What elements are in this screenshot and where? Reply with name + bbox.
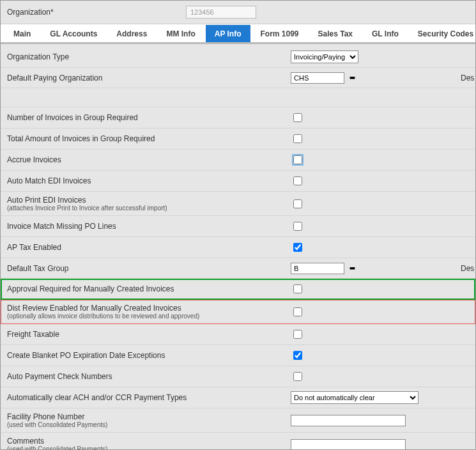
auto-print-edi-sublabel: (attaches Invoice Print to Invoice after… — [7, 205, 280, 212]
ap-tax-enabled-label: AP Tax Enabled — [7, 243, 61, 252]
organization-input[interactable] — [186, 6, 256, 19]
approval-required-checkbox[interactable] — [293, 284, 302, 293]
auto-match-edi-label: Auto Match EDI Invoices — [7, 176, 91, 185]
facility-phone-label: Facility Phone Number — [7, 412, 280, 421]
total-amount-checkbox[interactable] — [293, 134, 302, 143]
organization-label: Organization* — [7, 8, 186, 17]
comments-input[interactable] — [291, 439, 406, 451]
dist-review-sublabel: (optionally allows invoice distributions… — [7, 313, 280, 320]
default-paying-org-input[interactable] — [291, 72, 344, 84]
dist-review-label: Dist Review Enabled for Manually Created… — [7, 304, 280, 313]
freight-taxable-checkbox[interactable] — [293, 330, 302, 339]
dist-review-checkbox[interactable] — [293, 307, 302, 316]
auto-print-edi-checkbox[interactable] — [293, 199, 302, 208]
tab-form-1099[interactable]: Form 1099 — [252, 25, 308, 42]
ap-tax-enabled-checkbox[interactable] — [293, 243, 302, 252]
lookup-icon[interactable]: ■■■ — [349, 266, 358, 270]
tab-bar: MainGL AccountsAddressMM InfoAP InfoForm… — [1, 24, 475, 44]
auto-clear-ach-label: Automatically clear ACH and/or CCR Payme… — [7, 393, 187, 402]
total-amount-label: Total Amount of Invoices in Group Requir… — [7, 134, 155, 143]
tab-sales-tax[interactable]: Sales Tax — [309, 25, 362, 42]
tab-main[interactable]: Main — [4, 25, 40, 42]
facility-phone-input[interactable] — [291, 415, 406, 426]
accrue-invoices-checkbox[interactable] — [293, 155, 302, 164]
form-area: Organization Type Invoicing/Paying Defau… — [1, 44, 475, 450]
tab-gl-info[interactable]: GL Info — [363, 25, 408, 42]
tab-ap-info[interactable]: AP Info — [206, 25, 250, 42]
tab-mm-info[interactable]: MM Info — [157, 25, 204, 42]
facility-phone-sublabel: (used with Consolidated Payments) — [7, 421, 280, 428]
match-missing-po-checkbox[interactable] — [293, 222, 302, 231]
comments-label: Comments — [7, 437, 280, 446]
tab-security-codes[interactable]: Security Codes — [409, 25, 476, 42]
num-invoices-label: Number of Invoices in Group Required — [7, 113, 138, 122]
auto-payment-check-checkbox[interactable] — [293, 372, 302, 381]
num-invoices-checkbox[interactable] — [293, 113, 302, 122]
comments-sublabel: (used with Consolidated Payments) — [7, 446, 280, 450]
auto-payment-check-label: Auto Payment Check Numbers — [7, 372, 112, 381]
right-col-des: Des — [459, 74, 475, 82]
organization-type-label: Organization Type — [7, 52, 69, 61]
accrue-invoices-label: Accrue Invoices — [7, 155, 61, 164]
default-tax-group-label: Default Tax Group — [7, 264, 69, 273]
auto-match-edi-checkbox[interactable] — [293, 176, 302, 185]
lookup-icon[interactable]: ■■■ — [349, 75, 358, 80]
freight-taxable-label: Freight Taxable — [7, 330, 59, 339]
match-missing-po-label: Invoice Match Missing PO Lines — [7, 222, 116, 231]
default-tax-group-input[interactable] — [291, 263, 344, 274]
right-col-des: Des — [459, 264, 475, 273]
tab-address[interactable]: Address — [107, 25, 156, 42]
blanket-po-label: Create Blanket PO Expiration Date Except… — [7, 351, 165, 360]
auto-clear-ach-select[interactable]: Do not automatically clear — [291, 391, 418, 404]
tab-gl-accounts[interactable]: GL Accounts — [41, 25, 106, 42]
approval-required-label: Approval Required for Manually Created I… — [7, 284, 174, 293]
default-paying-org-label: Default Paying Organization — [7, 74, 102, 82]
header-bar: Organization* — [1, 1, 475, 24]
blanket-po-checkbox[interactable] — [293, 351, 302, 360]
organization-type-select[interactable]: Invoicing/Paying — [291, 50, 358, 63]
auto-print-edi-label: Auto Print EDI Invoices — [7, 196, 280, 205]
